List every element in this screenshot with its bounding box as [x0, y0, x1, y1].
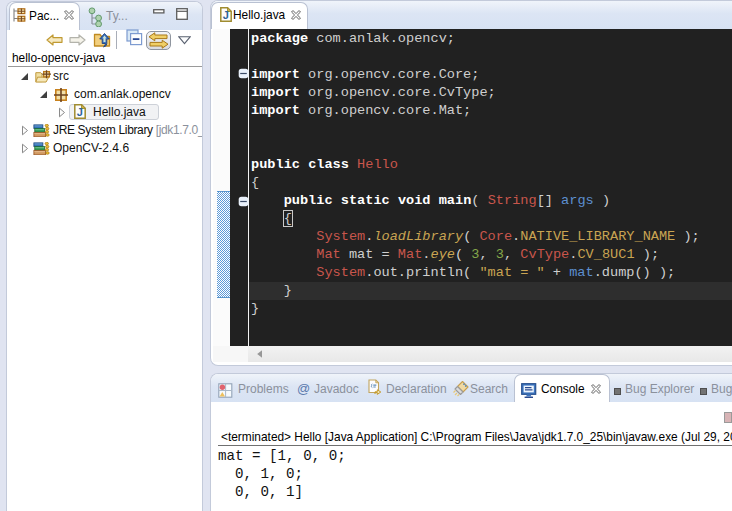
svg-text:J: J [77, 106, 83, 118]
svg-text:J: J [223, 9, 229, 21]
